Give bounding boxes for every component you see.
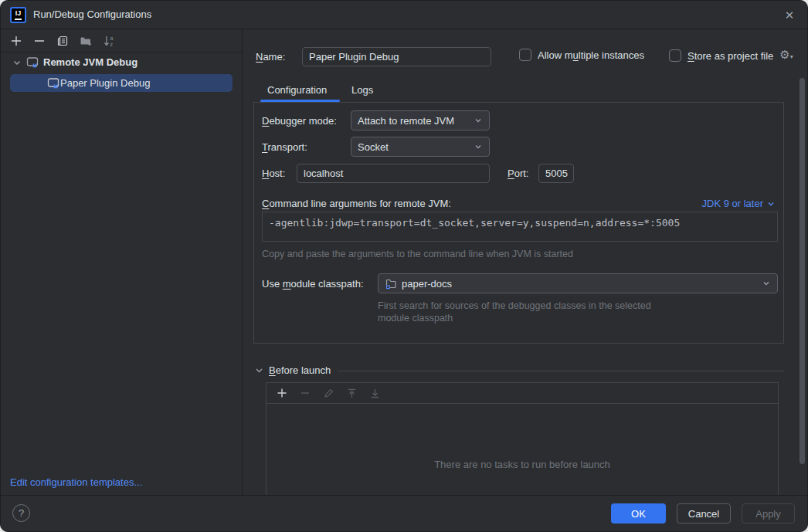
command-line-arguments-label: Command line arguments for remote JVM:: [262, 198, 451, 209]
help-button[interactable]: ?: [12, 504, 30, 522]
configuration-editor: Name: Paper Plugin Debug Allow multiple …: [243, 29, 808, 496]
command-line-arguments-field[interactable]: -agentlib:jdwp=transport=dt_socket,serve…: [262, 212, 778, 242]
command-line-hint: Copy and paste the arguments to the comm…: [262, 249, 573, 259]
sort-alphabetically-icon[interactable]: a z: [101, 33, 117, 49]
remote-jvm-debug-icon: [47, 77, 60, 89]
chevron-down-icon: [474, 116, 483, 125]
add-configuration-button[interactable]: [8, 33, 24, 49]
remote-jvm-debug-icon: [26, 56, 39, 68]
checkbox-icon: [519, 49, 531, 61]
before-launch-header[interactable]: Before launch: [254, 364, 331, 376]
configurations-sidebar: a z Remote JVM Debug Paper Plugin Debug …: [1, 29, 243, 496]
before-launch-toolbar: [267, 383, 778, 404]
edit-configuration-templates-link[interactable]: Edit configuration templates...: [10, 476, 142, 488]
module-classpath-hint-line2: module classpath: [378, 313, 453, 324]
host-label: Host:: [262, 168, 285, 179]
configuration-tab-panel: Debugger mode: Attach to remote JVM Tran…: [253, 102, 784, 344]
tree-group-remote-jvm-debug[interactable]: Remote JVM Debug: [12, 56, 137, 68]
chevron-down-icon: [12, 57, 22, 68]
ok-button[interactable]: OK: [611, 503, 666, 524]
jdk-version-selector[interactable]: JDK 9 or later: [702, 198, 776, 209]
debugger-mode-select[interactable]: Attach to remote JVM: [351, 110, 490, 130]
before-launch-empty-text: There are no tasks to run before launch: [267, 459, 778, 470]
sidebar-toolbar: a z: [1, 29, 242, 53]
remove-task-button[interactable]: [297, 385, 313, 401]
svg-text:z: z: [110, 41, 113, 46]
module-classpath-select[interactable]: paper-docs: [378, 273, 778, 293]
cancel-button[interactable]: Cancel: [677, 503, 731, 524]
allow-multiple-instances-label: Allow multiple instances: [538, 49, 644, 61]
dialog-footer: ? OK Cancel Apply: [1, 495, 807, 531]
remove-configuration-button[interactable]: [32, 33, 47, 49]
port-input[interactable]: 5005: [538, 164, 574, 183]
allow-multiple-instances-checkbox[interactable]: Allow multiple instances: [519, 49, 644, 61]
edit-task-icon[interactable]: [321, 385, 336, 401]
chevron-down-icon: [766, 199, 776, 208]
svg-text:a: a: [110, 36, 113, 41]
before-launch-task-list: There are no tasks to run before launch: [266, 382, 779, 496]
intellij-idea-icon: IJ: [10, 7, 26, 23]
tab-configuration[interactable]: Configuration: [267, 78, 327, 102]
close-icon[interactable]: ✕: [781, 7, 798, 24]
tree-item-paper-plugin-debug[interactable]: Paper Plugin Debug: [10, 74, 233, 92]
chevron-down-icon: [762, 279, 771, 288]
debugger-mode-label: Debugger mode:: [262, 115, 337, 127]
store-as-project-file-checkbox[interactable]: Store as project file ⚙▾: [669, 49, 793, 63]
chevron-down-icon: [474, 142, 483, 151]
before-launch-label: Before launch: [269, 364, 331, 376]
apply-button: Apply: [742, 503, 795, 524]
module-classpath-hint-line1: First search for sources of the debugged…: [378, 300, 651, 311]
dialog-title: Run/Debug Configurations: [33, 8, 151, 20]
copy-configuration-icon[interactable]: [55, 33, 70, 49]
checkbox-icon: [669, 49, 681, 62]
new-folder-icon[interactable]: [78, 33, 93, 49]
store-settings-gear-icon[interactable]: ⚙▾: [779, 49, 793, 63]
move-down-icon[interactable]: [367, 385, 382, 401]
tab-logs[interactable]: Logs: [351, 78, 373, 102]
module-icon: [385, 278, 397, 290]
host-input[interactable]: localhost: [297, 164, 490, 183]
tree-item-label: Paper Plugin Debug: [60, 77, 150, 89]
transport-select[interactable]: Socket: [351, 137, 490, 157]
section-divider: [338, 371, 784, 371]
store-as-project-file-label: Store as project file: [687, 50, 773, 62]
chevron-down-icon: [254, 365, 264, 375]
name-input[interactable]: Paper Plugin Debug: [302, 47, 491, 66]
add-task-button[interactable]: [274, 385, 290, 401]
title-bar: IJ Run/Debug Configurations ✕: [1, 1, 807, 29]
port-label: Port:: [508, 168, 528, 179]
transport-label: Transport:: [262, 141, 307, 153]
tree-group-label: Remote JVM Debug: [43, 56, 137, 68]
name-label: Name:: [256, 51, 285, 63]
module-classpath-label: Use module classpath:: [262, 278, 364, 290]
run-debug-configurations-dialog: IJ Run/Debug Configurations ✕: [0, 0, 808, 532]
move-up-icon[interactable]: [344, 385, 359, 401]
vertical-scrollbar[interactable]: [800, 78, 805, 464]
